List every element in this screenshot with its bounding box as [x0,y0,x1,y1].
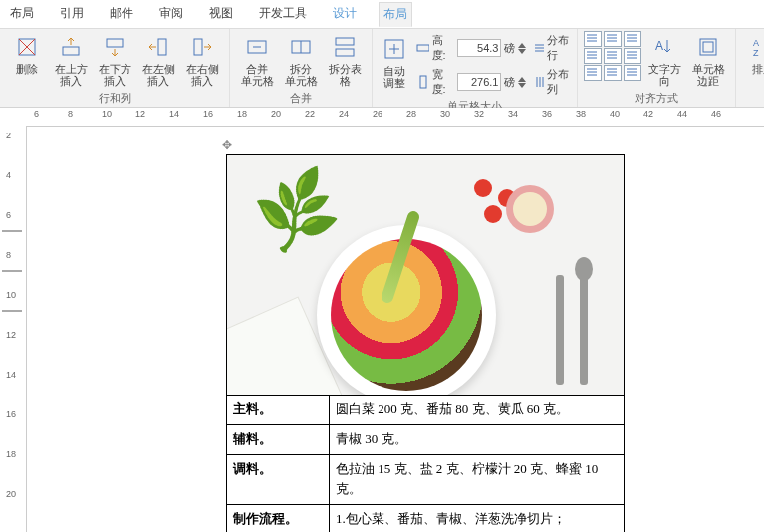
row-label[interactable]: 辅料。 [227,424,330,454]
align-0-1[interactable] [604,31,622,47]
group-align: A 文字方向 单元格 边距 对齐方式 [578,29,736,107]
split-cells-icon [287,33,315,61]
delete-icon [13,33,41,61]
group-label: 合并 [290,89,312,108]
distribute-rows-button[interactable]: 分布行 [533,33,571,63]
align-0-2[interactable] [624,31,641,47]
image-cell[interactable]: 🌿 [227,155,625,396]
split-table-button[interactable]: 拆分表格 [324,31,366,89]
col-width[interactable]: 宽度: 276.1 磅 [416,67,527,97]
tab-邮件[interactable]: 邮件 [106,2,137,26]
row-label[interactable]: 制作流程。 [227,505,330,532]
group-label: 对齐方式 [635,89,678,108]
insert-right-icon [188,33,216,61]
svg-rect-8 [336,49,354,56]
tomato-icon [474,179,492,197]
spoon-icon [580,275,588,385]
insert-right-button[interactable]: 在右侧插入 [181,31,223,89]
align-2-2[interactable] [624,65,641,81]
split-cells-button[interactable]: 拆分单元格 [280,31,322,89]
svg-text:A: A [655,39,663,53]
group-label: 行和列 [99,89,131,108]
cell-margins-button[interactable]: 单元格 边距 [687,31,729,89]
svg-text:A: A [753,38,759,48]
text-direction-button[interactable]: A 文字方向 [643,31,685,89]
ruler-vertical[interactable]: 2468101214161820 [0,127,27,532]
group-rows-cols: 删除在上方插入在下方插入在左侧插入在右侧插入 行和列 [0,29,230,107]
table-row[interactable]: 辅料。青椒 30 克。 [227,424,625,454]
tab-布局[interactable]: 布局 [379,2,412,27]
tab-审阅[interactable]: 审阅 [155,2,187,26]
sort-button[interactable]: AZ 排序 [742,31,764,77]
svg-rect-11 [420,76,426,88]
tab-视图[interactable]: 视图 [205,2,237,26]
table-move-handle[interactable]: ✥ [222,138,764,152]
tab-开发工具[interactable]: 开发工具 [255,2,311,26]
row-value[interactable]: 色拉油 15 克、盐 2 克、柠檬汁 20 克、蜂蜜 10 克。 [330,454,625,505]
tab-布局[interactable]: 布局 [6,2,38,26]
align-1-0[interactable] [584,48,602,64]
width-input[interactable]: 276.1 [457,73,502,91]
merge-cells-icon [243,33,271,61]
group-sort: AZ 排序 [736,29,764,107]
table-row[interactable]: 主料。圆白菜 200 克、番茄 80 克、黄瓜 60 克。 [227,396,625,425]
menu-tabs: 布局引用邮件审阅视图开发工具设计布局 [0,0,764,29]
insert-left-icon [144,33,172,61]
row-value[interactable]: 圆白菜 200 克、番茄 80 克、黄瓜 60 克。 [330,396,625,425]
height-input[interactable]: 54.3 [457,39,502,57]
row-value[interactable]: 1.包心菜、番茄、青椒、洋葱洗净切片；2.混合食材，拌匀，备用；3.调味料混合，… [330,505,625,532]
table-row[interactable]: 调料。色拉油 15 克、盐 2 克、柠檬汁 20 克、蜂蜜 10 克。 [227,454,625,505]
align-2-0[interactable] [584,65,602,81]
align-0-0[interactable] [584,31,602,47]
svg-rect-1 [63,47,79,55]
svg-rect-13 [700,39,716,55]
insert-below-button[interactable]: 在下方插入 [94,31,135,89]
row-label[interactable]: 调料。 [227,454,330,505]
fork-icon [556,275,564,385]
svg-rect-3 [158,39,166,55]
autofit-button[interactable]: 自动调整 [379,33,410,91]
row-label[interactable]: 主料。 [227,396,330,425]
width-spinner[interactable] [518,73,527,91]
delete-button[interactable]: 删除 [6,31,48,77]
tab-引用[interactable]: 引用 [56,2,88,26]
merge-cells-button[interactable]: 合并单元格 [236,31,278,89]
tomato-icon [484,205,502,223]
svg-rect-14 [703,42,713,52]
svg-rect-2 [107,39,123,47]
insert-above-icon [57,33,85,61]
cup-icon [506,185,554,233]
recipe-table[interactable]: 🌿 主料。圆白菜 200 克、番茄 80 克、黄瓜 60 克。辅料。青椒 30 … [226,154,625,532]
align-grid[interactable] [584,31,641,81]
height-spinner[interactable] [518,39,527,57]
split-table-icon [331,33,359,61]
document-area[interactable]: ✥ 🌿 主料。圆白菜 200 克、番茄 80 克、黄瓜 60 克。辅料。青椒 3… [27,127,764,532]
svg-text:Z: Z [753,48,759,58]
insert-left-button[interactable]: 在左侧插入 [137,31,179,89]
row-height[interactable]: 高度: 54.3 磅 [416,33,527,63]
group-cellsize: 自动调整 高度: 54.3 磅 宽度: 276.1 磅 [373,29,578,107]
fern-decoration: 🌿 [242,155,352,274]
group-merge: 合并单元格拆分单元格拆分表格 合并 [230,29,373,107]
svg-rect-10 [417,45,428,51]
align-1-2[interactable] [624,48,641,64]
svg-rect-7 [336,38,354,45]
table-row[interactable]: 制作流程。1.包心菜、番茄、青椒、洋葱洗净切片；2.混合食材，拌匀，备用；3.调… [227,505,625,532]
tab-设计[interactable]: 设计 [329,2,361,26]
svg-rect-4 [194,39,202,55]
align-1-1[interactable] [604,48,622,64]
ribbon: 删除在上方插入在下方插入在左侧插入在右侧插入 行和列 合并单元格拆分单元格拆分表… [0,29,764,108]
insert-above-button[interactable]: 在上方插入 [50,31,92,89]
insert-below-icon [101,33,128,61]
align-2-1[interactable] [604,65,622,81]
distribute-cols-button[interactable]: 分布列 [533,67,571,97]
ruler-horizontal[interactable]: 6810121416182022242628303234363840424446 [26,108,764,127]
row-value[interactable]: 青椒 30 克。 [330,424,625,454]
